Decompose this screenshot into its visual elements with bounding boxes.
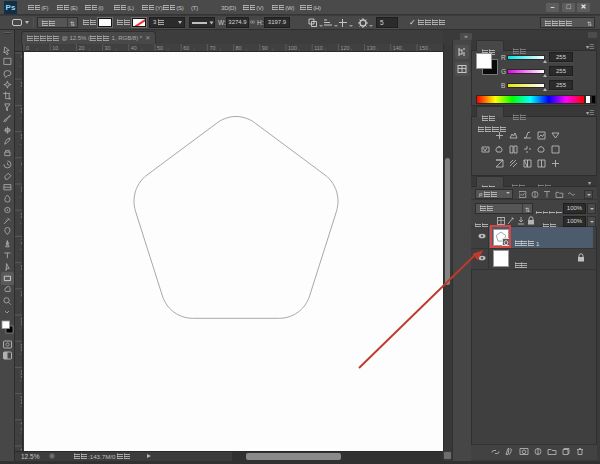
svg-text:100: 100 bbox=[288, 45, 297, 51]
svg-text:30: 30 bbox=[20, 134, 24, 140]
svg-text:90: 90 bbox=[20, 291, 24, 297]
svg-text:60: 60 bbox=[20, 212, 24, 218]
svg-text:20: 20 bbox=[20, 107, 24, 113]
svg-text:100: 100 bbox=[20, 317, 24, 326]
svg-text:80: 80 bbox=[20, 265, 24, 271]
svg-text:40: 40 bbox=[131, 45, 137, 51]
svg-text:70: 70 bbox=[20, 238, 24, 244]
svg-text:0: 0 bbox=[26, 45, 29, 51]
svg-text:70: 70 bbox=[209, 45, 215, 51]
svg-text:90: 90 bbox=[262, 45, 268, 51]
svg-text:20: 20 bbox=[78, 45, 84, 51]
svg-text:130: 130 bbox=[367, 45, 376, 51]
svg-text:0: 0 bbox=[20, 55, 24, 58]
svg-text:80: 80 bbox=[236, 45, 242, 51]
svg-text:130: 130 bbox=[20, 396, 24, 405]
svg-text:50: 50 bbox=[20, 186, 24, 192]
svg-text:110: 110 bbox=[314, 45, 323, 51]
svg-text:150: 150 bbox=[419, 45, 428, 51]
svg-text:60: 60 bbox=[183, 45, 189, 51]
svg-text:140: 140 bbox=[393, 45, 402, 51]
svg-text:120: 120 bbox=[20, 369, 24, 378]
svg-text:110: 110 bbox=[20, 343, 24, 352]
svg-text:50: 50 bbox=[157, 45, 163, 51]
svg-text:140: 140 bbox=[20, 422, 24, 431]
svg-text:30: 30 bbox=[105, 45, 111, 51]
svg-text:10: 10 bbox=[52, 45, 58, 51]
svg-text:40: 40 bbox=[20, 160, 24, 166]
svg-text:10: 10 bbox=[20, 81, 24, 87]
svg-text:120: 120 bbox=[340, 45, 349, 51]
